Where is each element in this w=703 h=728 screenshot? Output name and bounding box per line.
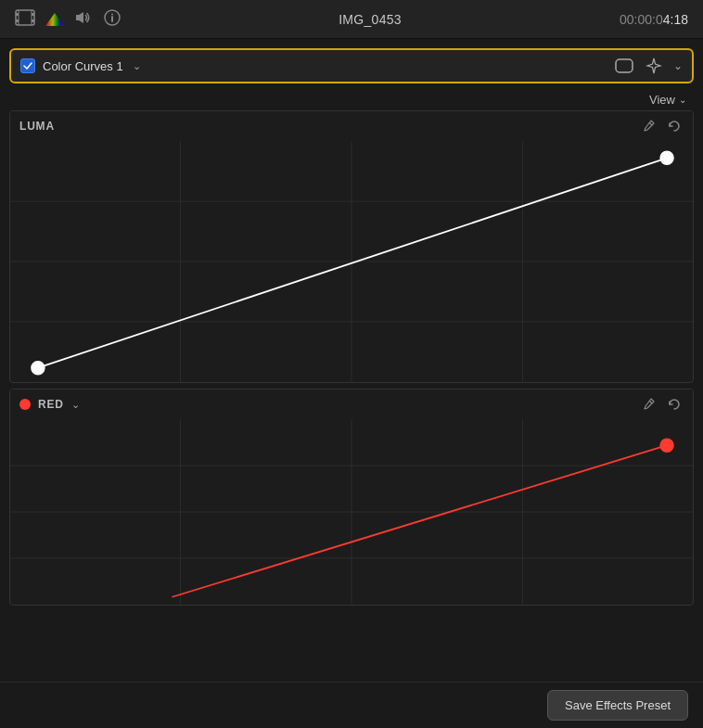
top-bar-icons [15, 9, 121, 30]
red-label: RED [38, 398, 64, 411]
bottom-bar: Save Effects Preset [0, 682, 703, 728]
luma-reset-icon[interactable] [665, 117, 684, 135]
luma-curve-canvas[interactable] [10, 141, 693, 382]
red-reset-icon[interactable] [665, 395, 684, 414]
svg-point-13 [111, 13, 113, 15]
red-curve-canvas[interactable] [10, 419, 693, 605]
svg-point-24 [660, 151, 673, 164]
info-icon[interactable] [104, 9, 121, 30]
luma-curve-header: LUMA [10, 111, 693, 141]
effect-header-chevron[interactable]: ⌄ [673, 59, 683, 72]
red-curve-section: RED ⌄ [9, 389, 694, 606]
luma-curve-section: LUMA [9, 110, 694, 383]
view-label: View [649, 93, 675, 107]
effect-name-chevron[interactable]: ⌄ [133, 60, 141, 72]
film-icon[interactable] [15, 9, 35, 30]
svg-point-33 [660, 439, 673, 452]
svg-line-22 [38, 158, 667, 367]
timecode: 00:00:04:18 [620, 12, 688, 27]
save-effects-preset-button[interactable]: Save Effects Preset [547, 690, 688, 721]
svg-rect-10 [76, 15, 79, 20]
luma-eyedropper-icon[interactable] [639, 117, 658, 135]
magic-icon[interactable] [644, 56, 664, 76]
speaker-icon[interactable] [74, 9, 95, 30]
effect-name: Color Curves 1 [43, 59, 123, 73]
red-label-group: RED ⌄ [19, 398, 80, 411]
timecode-suffix: 4:18 [663, 12, 688, 27]
file-title: IMG_0453 [339, 12, 402, 27]
luma-label: LUMA [19, 120, 55, 133]
svg-marker-9 [79, 12, 83, 23]
red-curve-header: RED ⌄ [10, 390, 693, 419]
effect-header-right: ⌄ [614, 56, 683, 76]
view-row: View ⌄ [0, 87, 703, 110]
mask-icon[interactable] [614, 56, 634, 76]
svg-point-23 [32, 362, 45, 375]
top-bar: IMG_0453 00:00:04:18 [0, 0, 703, 39]
red-dot [19, 399, 31, 410]
red-eyedropper-icon[interactable] [639, 395, 658, 414]
red-label-chevron[interactable]: ⌄ [71, 399, 80, 411]
view-button[interactable]: View ⌄ [645, 91, 690, 109]
svg-line-25 [649, 401, 652, 403]
view-chevron-icon: ⌄ [679, 95, 686, 105]
svg-line-15 [649, 122, 652, 125]
svg-marker-8 [45, 13, 64, 26]
effect-enable-checkbox[interactable] [20, 58, 35, 73]
red-header-icons [639, 395, 684, 414]
luma-header-icons [639, 117, 684, 135]
prism-icon[interactable] [45, 11, 65, 28]
effect-header-left: Color Curves 1 ⌄ [20, 58, 614, 73]
svg-rect-14 [616, 59, 633, 72]
svg-line-32 [173, 445, 668, 597]
timecode-prefix: 00:00:0 [620, 12, 663, 27]
effect-header: Color Curves 1 ⌄ ⌄ [9, 48, 694, 83]
